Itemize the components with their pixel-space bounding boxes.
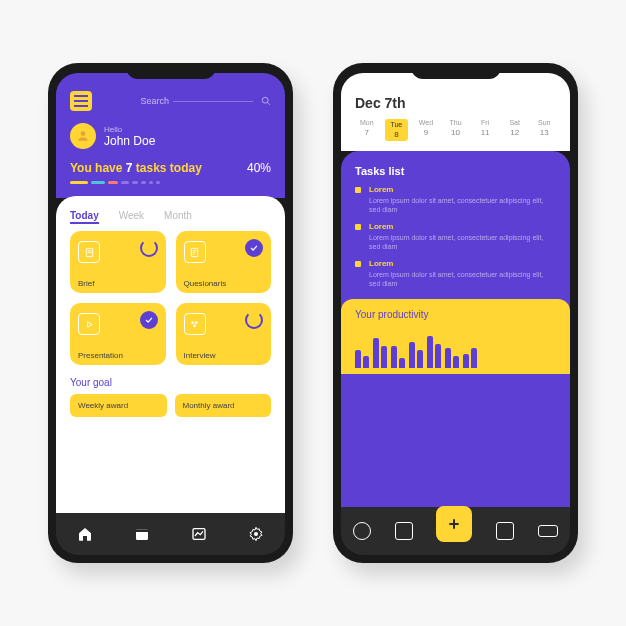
task-name: Lorem	[369, 259, 556, 268]
search-label: Search	[140, 96, 169, 106]
task-item[interactable]: LoremLorem ipsum dolor sit amet, consect…	[355, 259, 556, 288]
bottom-nav	[341, 507, 570, 555]
tab-month[interactable]: Month	[164, 210, 192, 221]
productivity-chart	[355, 328, 556, 368]
tile-interview[interactable]: Interview	[176, 303, 272, 365]
bottom-nav	[56, 513, 285, 555]
stats-icon[interactable]	[190, 525, 208, 543]
search-icon	[261, 96, 271, 106]
tile-icon	[184, 313, 206, 335]
nav-circle-icon[interactable]	[353, 522, 371, 540]
tile-brief[interactable]: Brief	[70, 231, 166, 293]
task-desc: Lorem ipsum dolor sit amet, consectetuer…	[369, 233, 556, 251]
productivity-title: Your productivity	[355, 309, 556, 320]
bullet-icon	[355, 261, 361, 267]
date-header: Dec 7th Mon7Tue8Wed9Thu10Fri11Sat12Sun13	[341, 73, 570, 151]
notch	[411, 63, 501, 79]
task-name: Lorem	[369, 185, 556, 194]
greeting-label: Hello	[104, 125, 155, 134]
tile-icon	[78, 313, 100, 335]
svg-line-1	[267, 102, 270, 105]
tile-label: Presentation	[78, 351, 123, 360]
current-date: Dec 7th	[355, 95, 556, 111]
task-name: Lorem	[369, 222, 556, 231]
goal-weekly[interactable]: Weekly award	[70, 394, 167, 417]
task-item[interactable]: LoremLorem ipsum dolor sit amet, consect…	[355, 222, 556, 251]
calendar-day[interactable]: Tue8	[385, 119, 409, 141]
tasks-panel: Tasks list LoremLorem ipsum dolor sit am…	[341, 151, 570, 507]
calendar-icon[interactable]	[133, 525, 151, 543]
search-field[interactable]: Search	[140, 96, 271, 106]
tile-label: Brief	[78, 279, 94, 288]
svg-point-11	[191, 321, 194, 324]
svg-point-12	[195, 321, 198, 324]
notch	[126, 63, 216, 79]
svg-point-13	[193, 324, 196, 327]
add-button[interactable]	[436, 506, 472, 542]
phone-left: Search Hello John Doe You have 7 tasks t…	[48, 63, 293, 563]
tasks-message: You have 7 tasks today	[70, 161, 202, 175]
progress-bar	[70, 181, 271, 184]
screen-right: Dec 7th Mon7Tue8Wed9Thu10Fri11Sat12Sun13…	[341, 73, 570, 555]
svg-point-2	[81, 131, 86, 136]
tasks-list-title: Tasks list	[355, 165, 556, 177]
screen-left: Search Hello John Doe You have 7 tasks t…	[56, 73, 285, 555]
nav-pill-icon[interactable]	[538, 525, 558, 537]
calendar-day[interactable]: Fri11	[473, 119, 497, 141]
check-icon	[140, 311, 158, 329]
productivity-card: Your productivity	[341, 299, 570, 374]
tab-today[interactable]: Today	[70, 210, 99, 221]
tab-week[interactable]: Week	[119, 210, 144, 221]
tile-presentation[interactable]: Presentation	[70, 303, 166, 365]
calendar-day[interactable]: Sun13	[532, 119, 556, 141]
tile-quesionaris[interactable]: Quesionaris	[176, 231, 272, 293]
period-tabs: Today Week Month	[70, 210, 271, 221]
tile-label: Interview	[184, 351, 216, 360]
menu-button[interactable]	[70, 91, 92, 111]
bullet-icon	[355, 224, 361, 230]
phone-right: Dec 7th Mon7Tue8Wed9Thu10Fri11Sat12Sun13…	[333, 63, 578, 563]
nav-square-icon[interactable]	[496, 522, 514, 540]
task-list: LoremLorem ipsum dolor sit amet, consect…	[355, 185, 556, 289]
bar-group	[445, 348, 459, 368]
progress-percent: 40%	[247, 161, 271, 175]
bar-group	[355, 350, 369, 368]
main-card: Today Week Month BriefQuesionarisPresent…	[56, 196, 285, 513]
calendar-day[interactable]: Thu10	[444, 119, 468, 141]
avatar	[70, 123, 96, 149]
bar-group	[391, 346, 405, 368]
user-row[interactable]: Hello John Doe	[70, 123, 271, 149]
header-panel: Search Hello John Doe You have 7 tasks t…	[56, 73, 285, 198]
check-icon	[245, 239, 263, 257]
bar-group	[373, 338, 387, 368]
nav-calendar-icon[interactable]	[395, 522, 413, 540]
progress-ring-icon	[140, 239, 158, 257]
task-item[interactable]: LoremLorem ipsum dolor sit amet, consect…	[355, 185, 556, 214]
tile-icon	[184, 241, 206, 263]
bar-group	[463, 348, 477, 368]
task-grid: BriefQuesionarisPresentationInterview	[70, 231, 271, 365]
bullet-icon	[355, 187, 361, 193]
goal-title: Your goal	[70, 377, 271, 388]
calendar-day[interactable]: Wed9	[414, 119, 438, 141]
goal-monthly[interactable]: Monthly award	[175, 394, 272, 417]
task-desc: Lorem ipsum dolor sit amet, consectetuer…	[369, 196, 556, 214]
calendar-day[interactable]: Sat12	[503, 119, 527, 141]
week-calendar: Mon7Tue8Wed9Thu10Fri11Sat12Sun13	[355, 119, 556, 141]
settings-icon[interactable]	[247, 525, 265, 543]
calendar-day[interactable]: Mon7	[355, 119, 379, 141]
tile-icon	[78, 241, 100, 263]
bar-group	[409, 342, 423, 368]
task-desc: Lorem ipsum dolor sit amet, consectetuer…	[369, 270, 556, 288]
svg-point-17	[254, 532, 258, 536]
svg-point-0	[262, 97, 268, 103]
home-icon[interactable]	[76, 525, 94, 543]
user-name: John Doe	[104, 134, 155, 148]
tile-label: Quesionaris	[184, 279, 227, 288]
svg-rect-15	[136, 529, 148, 532]
svg-marker-10	[87, 321, 92, 327]
progress-ring-icon	[245, 311, 263, 329]
bar-group	[427, 336, 441, 368]
